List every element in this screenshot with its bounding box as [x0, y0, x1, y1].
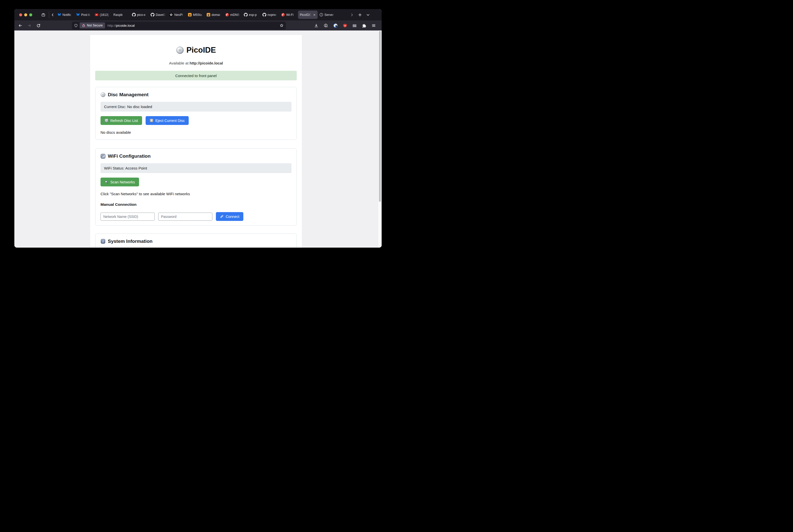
tab-label: domai — [212, 13, 222, 17]
close-window-button[interactable] — [19, 13, 22, 16]
bluesky-icon — [57, 13, 61, 17]
security-label: Not Secure — [87, 24, 103, 27]
browser-window: NotificPost b(1613)Raspbpico-eDaveGNeoPi… — [14, 9, 382, 248]
wifi-configuration-card: WiFi Configuration WiFi Status: Access P… — [95, 148, 297, 226]
back-button[interactable] — [16, 22, 24, 29]
site-security-chip[interactable]: Not Secure — [80, 22, 105, 28]
tab-bar: NotificPost b(1613)Raspbpico-eDaveGNeoPi… — [14, 9, 382, 20]
tab-label: esp-p — [249, 13, 259, 17]
cd-icon — [100, 92, 106, 97]
navigation-toolbar: Not Secure http://picoide.local uO — [14, 20, 382, 31]
forward-button[interactable] — [25, 22, 33, 29]
tab-label: (1613) — [100, 13, 110, 17]
tab-esp-p[interactable]: esp-p — [242, 11, 261, 19]
tab-label: Wi-Fi — [286, 13, 296, 17]
eject-icon — [150, 119, 153, 122]
system-information-header: i System Information — [100, 238, 291, 244]
profile-icon[interactable] — [322, 22, 330, 29]
info-square-icon: i — [100, 239, 106, 244]
eject-current-disc-button[interactable]: Eject Current Disc — [146, 116, 189, 125]
tab-1613[interactable]: (1613) — [93, 11, 112, 19]
url-host: picoide.local — [116, 24, 134, 27]
disc-buttons-row: Refresh Disc List Eject Current Disc — [100, 116, 291, 125]
signal-bars-icon — [100, 154, 106, 159]
tab-m5sta[interactable]: gM5Sta — [186, 11, 205, 19]
page-subtitle: Available at http://picoide.local — [90, 61, 302, 66]
tab-label: mDNS — [230, 13, 240, 17]
privacy-lock-extension-icon[interactable] — [331, 22, 339, 29]
tab-raspb[interactable]: Raspb — [112, 11, 130, 19]
tab-post-b[interactable]: Post b — [74, 11, 93, 19]
gist-icon: g — [188, 13, 192, 17]
tab-label: DaveG — [156, 13, 166, 17]
lock-slash-icon — [82, 24, 86, 27]
tab-pico-e[interactable]: pico-e — [130, 11, 149, 19]
tab-label: Server — [324, 13, 335, 17]
tab-label: PicoIDE — [300, 13, 311, 17]
page-title: PicoIDE — [90, 45, 302, 55]
tab-notific[interactable]: Notific — [56, 11, 74, 19]
extensions-puzzle-icon[interactable] — [360, 22, 368, 29]
tab-neopi[interactable]: NeoPi — [168, 11, 186, 19]
url-bar[interactable]: Not Secure http://picoide.local — [72, 22, 286, 30]
tab-label: NeoPi — [174, 13, 184, 17]
scroll-tabs-right-button[interactable] — [350, 13, 354, 17]
tracking-protection-shield-icon[interactable] — [74, 24, 78, 27]
ublock-origin-icon[interactable]: uO — [341, 22, 349, 29]
adafruit-icon — [169, 13, 173, 17]
scan-networks-button[interactable]: Scan Networks — [100, 177, 139, 186]
tabbar-right-controls — [350, 13, 370, 17]
bluesky-icon — [76, 13, 80, 17]
tab-strip: NotificPost b(1613)Raspbpico-eDaveGNeoPi… — [56, 11, 336, 19]
tab-daveg[interactable]: DaveG — [149, 11, 168, 19]
url-scheme: http:// — [108, 24, 116, 27]
espressif-icon — [225, 13, 229, 17]
tabbar-divider — [49, 12, 49, 18]
svg-text:g: g — [189, 13, 191, 16]
list-all-tabs-button[interactable] — [366, 13, 370, 17]
toolbar-right-icons: uO — [312, 22, 378, 29]
tab-close-button[interactable] — [313, 13, 316, 16]
link-icon — [220, 215, 224, 218]
picoide-page: PicoIDE Available at http://picoide.loca… — [90, 35, 302, 248]
scan-networks-note: Click "Scan Networks" to see available W… — [100, 191, 291, 196]
scroll-tabs-left-button[interactable] — [51, 13, 55, 17]
browser-viewport: PicoIDE Available at http://picoide.loca… — [14, 31, 382, 248]
refresh-disc-list-button[interactable]: Refresh Disc List — [100, 116, 142, 125]
github-icon — [244, 13, 248, 17]
tab-mdns[interactable]: mDNS — [223, 11, 242, 19]
menu-hamburger-icon[interactable] — [370, 22, 378, 29]
firefox-view-icon[interactable] — [41, 13, 45, 17]
download-icon[interactable] — [312, 22, 320, 29]
tab-wi-fi[interactable]: Wi-Fi — [279, 11, 298, 19]
reload-button[interactable] — [34, 22, 42, 29]
zoom-window-button[interactable] — [29, 13, 32, 16]
bookmark-star-icon[interactable] — [280, 23, 284, 27]
magnifier-icon — [105, 180, 108, 184]
minimize-window-button[interactable] — [24, 13, 27, 16]
info-circle-icon — [319, 13, 323, 17]
manual-connection-form: Connect — [100, 212, 291, 221]
wifi-buttons-row: Scan Networks — [100, 177, 291, 186]
page-scrollbar-thumb[interactable] — [379, 31, 381, 202]
subtitle-host: http://picoide.local — [189, 61, 223, 65]
disc-management-header: Disc Management — [100, 92, 291, 98]
manual-connection-heading: Manual Connection — [100, 202, 291, 207]
svg-text:uO: uO — [344, 25, 346, 26]
current-disc-status: Current Disc: No disc loaded — [100, 102, 291, 112]
ssid-input[interactable] — [100, 213, 155, 221]
tab-picoide[interactable]: PicoIDE — [298, 11, 318, 19]
connect-button[interactable]: Connect — [216, 212, 243, 221]
github-icon — [263, 13, 266, 17]
url-text[interactable]: http://picoide.local — [108, 24, 135, 27]
fence-extension-icon[interactable] — [351, 22, 358, 29]
tab-domai[interactable]: gdomai — [205, 11, 223, 19]
new-tab-button[interactable] — [358, 13, 362, 17]
github-icon — [132, 13, 136, 17]
espressif-icon — [281, 13, 285, 17]
tab-nopno[interactable]: nopno — [261, 11, 279, 19]
tab-server[interactable]: Server — [318, 11, 336, 19]
system-information-card: i System Information — [95, 233, 297, 248]
password-input[interactable] — [158, 213, 212, 221]
tab-label: Raspb — [113, 13, 129, 17]
